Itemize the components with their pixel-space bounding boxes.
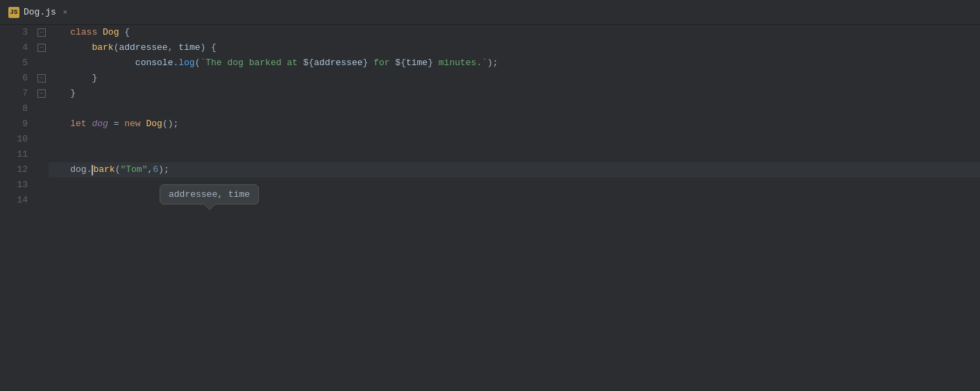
fold-box[interactable]: −	[37, 28, 46, 37]
code-token: );	[487, 55, 498, 71]
code-token: for	[368, 55, 395, 71]
code-line: }	[49, 71, 980, 86]
tab-close-button[interactable]: ×	[60, 8, 70, 17]
line-number: 10	[0, 132, 35, 147]
code-line: let dog = new Dog();	[49, 116, 980, 132]
code-token: ${	[395, 55, 406, 71]
line-number: 14	[0, 193, 35, 208]
fold-indicator	[35, 193, 49, 208]
code-token: ();	[162, 116, 178, 132]
line-number: 13	[0, 177, 35, 193]
code-token: 6	[153, 162, 158, 177]
fold-indicator: −	[35, 71, 49, 86]
line-number: 11	[0, 147, 35, 162]
line-numbers: 34567891011121314	[0, 25, 35, 391]
fold-indicator: −	[35, 86, 49, 101]
code-token: }	[92, 71, 97, 86]
code-token: addressee	[119, 40, 167, 55]
code-token: );	[158, 162, 169, 177]
code-token: addressee	[314, 55, 362, 71]
fold-indicator	[35, 147, 49, 162]
code-token: .	[87, 162, 92, 177]
code-token: new	[124, 116, 146, 132]
code-token: ${	[303, 55, 314, 71]
parameter-tooltip: addressee, time	[160, 184, 259, 205]
code-token: ,	[168, 40, 179, 55]
line-number: 9	[0, 116, 35, 132]
code-token: {	[124, 25, 130, 40]
code-token: }	[363, 55, 369, 71]
code-token: }	[70, 86, 76, 101]
line-number: 8	[0, 101, 35, 116]
code-token: let	[70, 116, 92, 132]
code-token: =	[108, 116, 124, 132]
code-token: bark	[93, 162, 115, 177]
text-cursor	[92, 165, 93, 175]
code-line	[49, 132, 980, 147]
fold-box[interactable]: −	[37, 74, 46, 82]
code-token: (	[195, 55, 201, 71]
code-lines: class Dog { bark(addressee, time) { cons…	[49, 25, 980, 208]
code-line: dog.bark("Tom",6);	[49, 162, 980, 177]
code-token: (	[115, 162, 121, 177]
code-token: .	[173, 55, 178, 71]
gutter: 34567891011121314 −−−−	[0, 25, 49, 391]
fold-indicator	[35, 132, 49, 147]
fold-indicator: −	[35, 40, 49, 55]
code-token: (	[114, 40, 119, 55]
code-token: Dog	[103, 25, 124, 40]
code-token: ) {	[201, 40, 217, 55]
code-token: console	[135, 55, 174, 71]
code-token: dog	[92, 116, 108, 132]
fold-box[interactable]: −	[37, 89, 46, 98]
code-token: bark	[92, 40, 113, 55]
code-line: }	[49, 86, 980, 101]
line-number: 12	[0, 162, 35, 177]
fold-indicator	[35, 101, 49, 116]
code-token: Dog	[146, 116, 162, 132]
fold-indicator	[35, 116, 49, 132]
code-token: minutes.`	[433, 55, 487, 71]
code-line: console.log(`The dog barked at ${address…	[49, 55, 980, 71]
code-token: "Tom"	[120, 162, 147, 177]
tab-dog-js[interactable]: JS Dog.js ×	[0, 0, 79, 24]
code-token: }	[428, 55, 433, 71]
code-token: dog	[70, 162, 86, 177]
js-file-icon: JS	[8, 7, 19, 18]
code-token: ,	[147, 162, 153, 177]
fold-indicator	[35, 162, 49, 177]
fold-indicator: −	[35, 25, 49, 40]
code-area[interactable]: class Dog { bark(addressee, time) { cons…	[49, 25, 980, 391]
line-number: 4	[0, 40, 35, 55]
code-line: class Dog {	[49, 25, 980, 40]
line-number: 6	[0, 71, 35, 86]
fold-box[interactable]: −	[37, 44, 46, 52]
fold-area: −−−−	[35, 25, 49, 391]
code-token: log	[178, 55, 194, 71]
code-line: bark(addressee, time) {	[49, 40, 980, 55]
tab-filename: Dog.js	[24, 7, 56, 17]
code-token: `The dog barked at	[200, 55, 303, 71]
code-token: time	[406, 55, 428, 71]
line-number: 3	[0, 25, 35, 40]
fold-indicator	[35, 55, 49, 71]
code-line	[49, 101, 980, 116]
line-number: 5	[0, 55, 35, 71]
line-number: 7	[0, 86, 35, 101]
code-line	[49, 147, 980, 162]
code-token: class	[70, 25, 103, 40]
tooltip-text: addressee, time	[169, 189, 250, 200]
tab-bar: JS Dog.js ×	[0, 0, 980, 25]
editor: 34567891011121314 −−−− class Dog { bark(…	[0, 25, 980, 391]
fold-indicator	[35, 177, 49, 193]
code-token: time	[178, 40, 200, 55]
